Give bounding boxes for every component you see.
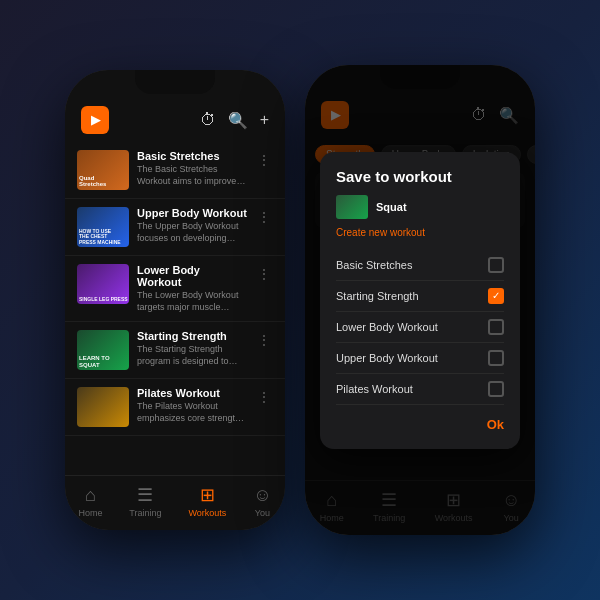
workout-desc-lower-body: The Lower Body Workout targets major mus…: [137, 290, 247, 313]
nav-item-workouts[interactable]: ⊞ Workouts: [188, 484, 226, 518]
checkbox-lower-body[interactable]: [488, 319, 504, 335]
workout-title-starting-strength: Starting Strength: [137, 330, 247, 342]
thumb-starting-strength: LEARN TOSQUAT: [77, 330, 129, 370]
modal-title: Save to workout: [336, 168, 504, 185]
ok-button[interactable]: Ok: [487, 417, 504, 432]
workout-title-upper-body: Upper Body Workout: [137, 207, 247, 219]
exercise-thumb: [336, 195, 368, 219]
left-phone: ▶ ⏱ 🔍 + QuadStretches Basic Stretches Th…: [65, 70, 285, 530]
workout-desc-basic-stretches: The Basic Stretches Workout aims to impr…: [137, 164, 247, 187]
workout-info-basic-stretches: Basic Stretches The Basic Stretches Work…: [137, 150, 247, 187]
checkbox-basic-stretches[interactable]: [488, 257, 504, 273]
left-app-logo: ▶: [81, 106, 109, 134]
search-icon[interactable]: 🔍: [228, 111, 248, 130]
workout-item-starting-strength[interactable]: LEARN TOSQUAT Starting Strength The Star…: [65, 322, 285, 379]
left-phone-screen: ▶ ⏱ 🔍 + QuadStretches Basic Stretches Th…: [65, 70, 285, 530]
left-phone-notch: [135, 70, 215, 94]
add-icon[interactable]: +: [260, 111, 269, 129]
modal-exercise: Squat: [336, 195, 504, 219]
training-icon: ☰: [137, 484, 153, 506]
workout-desc-pilates: The Pilates Workout emphasizes core stre…: [137, 401, 247, 424]
workout-menu-starting-strength[interactable]: ⋮: [255, 330, 273, 350]
create-new-workout[interactable]: Create new workout: [336, 227, 504, 238]
nav-label-training: Training: [129, 508, 161, 518]
checkbox-pilates[interactable]: [488, 381, 504, 397]
workout-menu-lower-body[interactable]: ⋮: [255, 264, 273, 284]
workout-info-pilates: Pilates Workout The Pilates Workout emph…: [137, 387, 247, 424]
right-phone-screen: ▶ ⏱ 🔍 Strength Upper Body Isolation Lowe…: [305, 65, 535, 535]
modal-option-pilates[interactable]: Pilates Workout: [336, 374, 504, 405]
nav-label-workouts: Workouts: [188, 508, 226, 518]
workout-menu-upper-body[interactable]: ⋮: [255, 207, 273, 227]
you-icon: ☺: [253, 485, 271, 506]
workout-info-upper-body: Upper Body Workout The Upper Body Workou…: [137, 207, 247, 244]
nav-item-home[interactable]: ⌂ Home: [78, 485, 102, 518]
thumb-label-upper: HOW TO USETHE CHESTPRESS MACHINE: [79, 229, 121, 246]
workout-info-lower-body: Lower Body Workout The Lower Body Workou…: [137, 264, 247, 313]
timer-icon[interactable]: ⏱: [200, 111, 216, 129]
thumb-pilates: [77, 387, 129, 427]
nav-label-you: You: [255, 508, 270, 518]
left-top-icons: ⏱ 🔍 +: [200, 111, 269, 130]
modal-option-starting-strength[interactable]: Starting Strength ✓: [336, 281, 504, 312]
modal-ok-area: Ok: [336, 415, 504, 433]
workout-desc-starting-strength: The Starting Strength program is designe…: [137, 344, 247, 367]
workout-item-basic-stretches[interactable]: QuadStretches Basic Stretches The Basic …: [65, 142, 285, 199]
checkbox-upper-body[interactable]: [488, 350, 504, 366]
thumb-basic-stretches: QuadStretches: [77, 150, 129, 190]
nav-item-you[interactable]: ☺ You: [253, 485, 271, 518]
workout-menu-basic-stretches[interactable]: ⋮: [255, 150, 273, 170]
thumb-label-squat: LEARN TOSQUAT: [79, 355, 110, 368]
workout-title-basic-stretches: Basic Stretches: [137, 150, 247, 162]
workout-title-pilates: Pilates Workout: [137, 387, 247, 399]
thumb-label-lower: SINGLE LEG PRESS: [79, 297, 128, 303]
checkbox-starting-strength[interactable]: ✓: [488, 288, 504, 304]
modal-option-upper-body[interactable]: Upper Body Workout: [336, 343, 504, 374]
nav-label-home: Home: [78, 508, 102, 518]
option-name-basic-stretches: Basic Stretches: [336, 259, 412, 271]
workout-item-upper-body[interactable]: HOW TO USETHE CHESTPRESS MACHINE Upper B…: [65, 199, 285, 256]
nav-item-training[interactable]: ☰ Training: [129, 484, 161, 518]
option-name-pilates: Pilates Workout: [336, 383, 413, 395]
exercise-name: Squat: [376, 201, 407, 213]
modal-option-lower-body[interactable]: Lower Body Workout: [336, 312, 504, 343]
workout-title-lower-body: Lower Body Workout: [137, 264, 247, 288]
thumb-lower-body: SINGLE LEG PRESS: [77, 264, 129, 304]
modal-option-basic-stretches[interactable]: Basic Stretches: [336, 250, 504, 281]
option-name-starting-strength: Starting Strength: [336, 290, 419, 302]
thumb-upper-body: HOW TO USETHE CHESTPRESS MACHINE: [77, 207, 129, 247]
scene: ▶ ⏱ 🔍 + QuadStretches Basic Stretches Th…: [0, 0, 600, 600]
save-to-workout-modal: Save to workout Squat Create new workout…: [320, 152, 520, 449]
workout-menu-pilates[interactable]: ⋮: [255, 387, 273, 407]
thumb-label-quad: QuadStretches: [79, 175, 106, 188]
workout-desc-upper-body: The Upper Body Workout focuses on develo…: [137, 221, 247, 244]
workout-item-lower-body[interactable]: SINGLE LEG PRESS Lower Body Workout The …: [65, 256, 285, 322]
option-name-lower-body: Lower Body Workout: [336, 321, 438, 333]
right-phone: ▶ ⏱ 🔍 Strength Upper Body Isolation Lowe…: [305, 65, 535, 535]
left-workout-list: QuadStretches Basic Stretches The Basic …: [65, 142, 285, 475]
option-name-upper-body: Upper Body Workout: [336, 352, 438, 364]
workout-item-pilates[interactable]: Pilates Workout The Pilates Workout emph…: [65, 379, 285, 436]
workouts-icon: ⊞: [200, 484, 215, 506]
home-icon: ⌂: [85, 485, 96, 506]
modal-overlay: Save to workout Squat Create new workout…: [305, 65, 535, 535]
left-bottom-nav: ⌂ Home ☰ Training ⊞ Workouts ☺ You: [65, 475, 285, 530]
workout-info-starting-strength: Starting Strength The Starting Strength …: [137, 330, 247, 367]
